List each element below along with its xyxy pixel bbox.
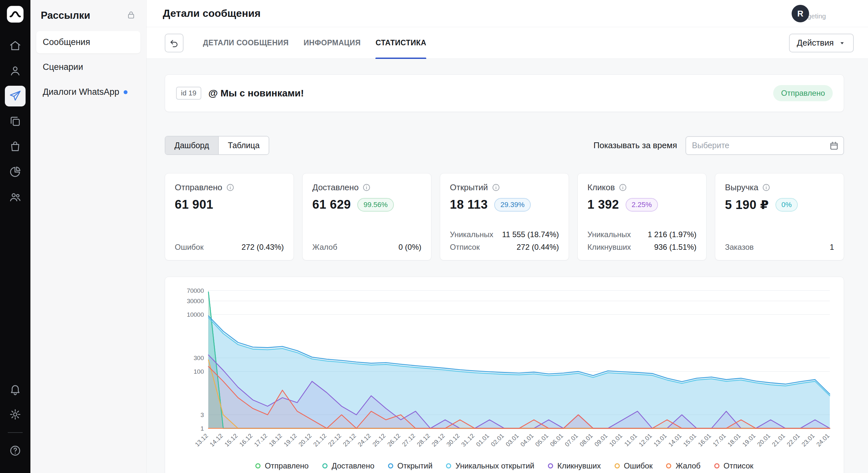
svg-text:15.12: 15.12: [223, 432, 239, 448]
nav-contacts[interactable]: [5, 61, 26, 81]
stat-title: Открытий: [450, 183, 559, 192]
legend-item-3[interactable]: Уникальных открытий: [446, 461, 534, 470]
stat-row: Уникальных1 216 (1.97%): [587, 230, 696, 239]
svg-text:09.01: 09.01: [593, 432, 609, 448]
legend-label: Ошибок: [624, 461, 653, 470]
stat-value: 61 901: [175, 198, 213, 212]
nav-analytics[interactable]: [5, 161, 26, 182]
svg-text:28.12: 28.12: [415, 432, 431, 448]
stat-percent-badge: 0%: [775, 198, 798, 212]
nav-campaigns[interactable]: [5, 86, 26, 106]
info-icon[interactable]: [362, 183, 371, 192]
chevron-down-icon: [838, 39, 846, 47]
topbar: Детали сообщения Targeting R: [147, 0, 868, 27]
legend-label: Доставлено: [332, 461, 374, 470]
nav-home[interactable]: [5, 35, 26, 56]
svg-text:24.12: 24.12: [356, 432, 372, 448]
sidebar-item-0[interactable]: Сообщения: [36, 31, 141, 53]
svg-text:14.12: 14.12: [209, 432, 224, 448]
nav-notifications[interactable]: [5, 379, 26, 400]
app-logo[interactable]: [6, 5, 24, 23]
svg-text:19.01: 19.01: [741, 432, 757, 448]
legend-item-1[interactable]: Доставлено: [322, 461, 374, 470]
tab-2[interactable]: СТАТИСТИКА: [375, 27, 426, 59]
calendar-icon[interactable]: [829, 141, 839, 151]
info-icon[interactable]: [762, 183, 771, 192]
legend-item-6[interactable]: Жалоб: [666, 461, 700, 470]
sidebar-item-label: Сообщения: [43, 37, 90, 47]
svg-text:3: 3: [200, 412, 204, 418]
legend-item-2[interactable]: Открытий: [388, 461, 433, 470]
legend-marker: [255, 463, 260, 469]
nav-orders[interactable]: [5, 136, 26, 157]
info-icon[interactable]: [618, 183, 627, 192]
stat-card-4: Выручка5 190 ₽0%Заказов1: [715, 173, 844, 260]
sidebar-items: СообщенияСценарииДиалоги WhatsApp: [36, 31, 141, 103]
legend-label: Отписок: [724, 461, 753, 470]
nav-templates[interactable]: [5, 111, 26, 132]
audience-icon: [9, 191, 21, 203]
svg-text:01.01: 01.01: [475, 432, 490, 448]
legend-marker: [714, 463, 719, 469]
icon-rail: [0, 0, 30, 473]
unread-dot: [124, 90, 127, 94]
stat-title: Доставлено: [312, 183, 422, 192]
info-icon[interactable]: [226, 183, 235, 192]
svg-text:25.12: 25.12: [371, 432, 387, 448]
message-id-badge: id 19: [176, 87, 201, 100]
tab-1[interactable]: ИНФОРМАЦИЯ: [304, 27, 361, 59]
stat-percent-badge: 29.39%: [494, 198, 531, 212]
svg-text:18.01: 18.01: [726, 432, 742, 448]
chart-card: 7000030000100003001003113.1214.1215.1216…: [165, 277, 844, 473]
svg-text:19.12: 19.12: [282, 432, 298, 448]
stat-row: Заказов1: [725, 243, 834, 252]
avatar[interactable]: R: [792, 5, 809, 22]
time-filter-label: Показывать за время: [594, 140, 677, 151]
svg-text:29.12: 29.12: [430, 432, 446, 448]
legend-item-4[interactable]: Кликнувших: [548, 461, 601, 470]
stat-value: 18 113: [450, 198, 488, 212]
svg-text:18.12: 18.12: [268, 432, 283, 448]
legend-marker: [666, 463, 671, 469]
view-toggle-1[interactable]: Таблица: [218, 136, 269, 154]
tab-0[interactable]: ДЕТАЛИ СООБЩЕНИЯ: [203, 27, 289, 59]
stat-value: 5 190 ₽: [725, 198, 769, 212]
nav-settings[interactable]: [5, 404, 26, 425]
actions-button[interactable]: Действия: [789, 34, 854, 53]
back-icon: [169, 38, 179, 48]
stat-title: Кликов: [587, 183, 696, 192]
svg-text:70000: 70000: [187, 287, 204, 294]
legend-item-7[interactable]: Отписок: [714, 461, 753, 470]
svg-text:15.01: 15.01: [682, 432, 698, 448]
svg-text:16.12: 16.12: [238, 432, 254, 448]
svg-text:100: 100: [193, 368, 204, 375]
legend-item-5[interactable]: Ошибок: [615, 461, 653, 470]
nav-help[interactable]: [5, 440, 26, 461]
chart-legend: ОтправленоДоставленоОткрытийУникальных о…: [172, 461, 837, 470]
svg-text:22.12: 22.12: [327, 432, 342, 448]
legend-item-0[interactable]: Отправлено: [255, 461, 309, 470]
stat-percent-badge: 2.25%: [626, 198, 658, 212]
main: Детали сообщения Targeting R ДЕТАЛИ СООБ…: [147, 0, 868, 473]
sidebar-item-1[interactable]: Сценарии: [36, 56, 141, 78]
sidebar-item-2[interactable]: Диалоги WhatsApp: [36, 81, 141, 103]
svg-text:13.12: 13.12: [193, 432, 209, 448]
stat-row: Ошибок272 (0.43%): [175, 243, 284, 252]
date-range-input[interactable]: [685, 136, 844, 155]
tabs: ДЕТАЛИ СООБЩЕНИЯИНФОРМАЦИЯСТАТИСТИКА: [203, 27, 426, 59]
date-range-wrap: [685, 136, 844, 155]
info-icon[interactable]: [492, 183, 500, 192]
stat-row: Отписок272 (0.44%): [450, 243, 559, 252]
back-button[interactable]: [165, 34, 184, 53]
svg-text:20.01: 20.01: [756, 432, 772, 448]
analytics-icon: [9, 166, 21, 178]
svg-text:300: 300: [193, 355, 204, 361]
stat-value: 1 392: [587, 198, 619, 212]
message-title: @ Мы с новинками!: [209, 88, 304, 99]
sidebar: Рассылки СообщенияСценарииДиалоги WhatsA…: [30, 0, 147, 473]
view-toggle-0[interactable]: Дашборд: [165, 136, 218, 154]
nav-audience[interactable]: [5, 187, 26, 208]
svg-text:10000: 10000: [187, 311, 204, 318]
stat-value: 61 629: [312, 198, 351, 212]
svg-text:1: 1: [200, 425, 204, 432]
